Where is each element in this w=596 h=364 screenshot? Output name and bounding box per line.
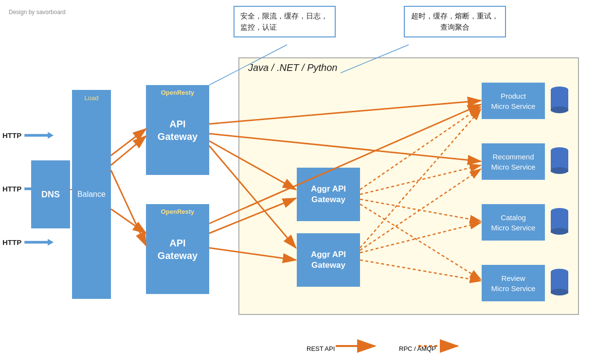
http-label-3: HTTP [2, 238, 21, 246]
aggr-gateway-2: Aggr APIGateway [297, 233, 360, 287]
http-arrow-3: HTTP [2, 238, 54, 246]
api-gw2-sublabel: OpenResty [146, 208, 209, 216]
http-label-1: HTTP [2, 131, 21, 139]
recommend-micro-service: Recommend Micro Service [482, 143, 545, 180]
http-label-2: HTTP [2, 185, 21, 193]
http-arrow-shape-1 [24, 132, 54, 139]
review-micro-service: Review Micro Service [482, 265, 545, 301]
rest-api-label: REST API [307, 345, 335, 352]
db-cylinder-1 [551, 87, 568, 113]
load-balance-sublabel: Load [72, 94, 111, 103]
info-box-timeout: 超时，缓存，熔断，重试，查询聚合 [404, 6, 506, 37]
product-micro-service: Product Micro Service [482, 83, 545, 119]
api-gateway-1: OpenResty APIGateway [146, 85, 209, 175]
http-arrow-shape-3 [24, 239, 54, 246]
db-cylinder-3 [551, 208, 568, 235]
legend-rest-api-container: REST API [307, 345, 335, 352]
db-cylinder-4 [551, 269, 568, 295]
api-gw1-sublabel: OpenResty [146, 89, 209, 97]
svg-line-21 [111, 209, 146, 233]
info-box-security: 安全，限流，缓存，日志，监控，认证 [234, 6, 336, 37]
aggr-gateway-1: Aggr APIGateway [297, 168, 360, 221]
http-arrow-1: HTTP [2, 131, 54, 139]
api-gateway-2: OpenResty APIGateway [146, 204, 209, 294]
java-label: Java / .NET / Python [248, 62, 337, 73]
svg-line-20 [111, 136, 146, 165]
dns-box: DNS [31, 160, 70, 228]
rpc-amqp-label: RPC / AMQP [399, 345, 436, 352]
svg-line-19 [111, 170, 146, 245]
api-gw1-label: APIGateway [158, 118, 198, 143]
legend-rpc-amqp-container: RPC / AMQP [399, 345, 436, 352]
load-balance-label: Balance [77, 189, 106, 200]
catalog-micro-service: Catalog Micro Service [482, 204, 545, 241]
api-gw2-label: APIGateway [158, 237, 198, 262]
load-balance-box: Load Balance [72, 90, 111, 299]
db-cylinder-2 [551, 147, 568, 174]
svg-line-18 [111, 129, 146, 156]
watermark: Design by savorboard [9, 9, 66, 16]
